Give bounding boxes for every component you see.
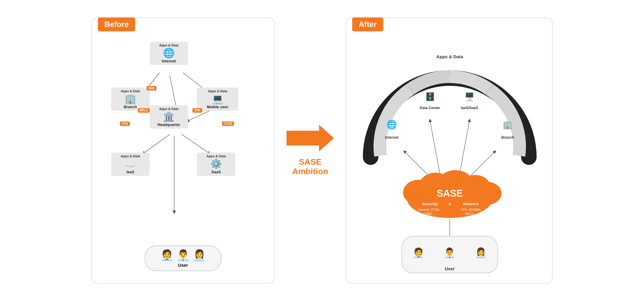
web-tag: Web (147, 86, 156, 90)
svg-text:Apps & Data: Apps & Data (436, 54, 463, 59)
mobile-node: Apps & Data 💻 Mobile user (197, 88, 238, 111)
iaas-node-label: Apps & Data (114, 154, 147, 158)
iaas-node: Apps & Data ☁️ IaaS (111, 153, 150, 176)
svg-text:👩‍💼: 👩‍💼 (475, 247, 487, 259)
internet-node: Apps & Data 🌐 Internet (150, 42, 188, 65)
saas-node-label: Apps & Data (200, 154, 232, 158)
figure-2: 👨‍💼 (177, 249, 190, 261)
internet-icon: 🌐 (153, 48, 185, 58)
casb-tag: CASB (222, 122, 234, 126)
saas-icon: ⚙️ (200, 159, 232, 169)
svg-text:👨‍💼: 👨‍💼 (444, 247, 456, 259)
svg-text:Network: Network (463, 202, 479, 206)
mobile-node-label: Apps & Data (200, 89, 235, 93)
hq-icon: 🏛️ (153, 112, 185, 121)
before-panel: Before Apps (91, 17, 275, 284)
svg-text:🌐: 🌐 (386, 119, 397, 130)
svg-text:Data Center: Data Center (420, 106, 440, 110)
vpn1-tag: VPN (120, 122, 130, 126)
before-badge: Before (98, 17, 135, 31)
svg-text:Internet: Internet (385, 135, 399, 140)
figure-3: 👩‍💼 (193, 249, 206, 261)
after-panel: After Apps & Data (346, 17, 553, 284)
svg-text:SASE: SASE (437, 188, 463, 199)
svg-line-1 (170, 76, 176, 105)
svg-text:Firewall, ZTNA,: Firewall, ZTNA, (418, 208, 440, 211)
svg-text:VPN, SDWAN,: VPN, SDWAN, (461, 208, 481, 211)
hq-node: Apps & Data 🏛️ Headquarter (150, 105, 188, 129)
iaas-icon: ☁️ (114, 159, 147, 169)
user-figures: 🧑‍💼 👨‍💼 👩‍💼 (154, 249, 212, 261)
mobile-icon: 💻 (200, 94, 235, 103)
branch-icon: 🏢 (114, 94, 147, 103)
after-inner: Apps & Data 🌐 Internet 🗄️ Data Center 🖥️… (352, 24, 546, 277)
internet-node-title: Internet (153, 59, 185, 63)
svg-text:+: + (448, 201, 451, 207)
before-user-box: 🧑‍💼 👨‍💼 👩‍💼 User (145, 245, 221, 271)
saas-node-title: SaaS (200, 170, 232, 174)
main-layout: Before Apps (9, 17, 635, 284)
svg-text:🖥️: 🖥️ (465, 92, 475, 101)
svg-text:User: User (445, 266, 455, 271)
branch-node: Apps & Data 🏢 Branch (111, 88, 150, 111)
svg-text:🗄️: 🗄️ (425, 92, 435, 101)
svg-text:🧑‍💼: 🧑‍💼 (412, 247, 425, 259)
mpls-tag: MPLS (138, 108, 150, 113)
svg-text:Branch: Branch (501, 135, 514, 140)
sase-ambition-text: SASEAmbition (292, 157, 328, 176)
internet-node-label: Apps & Data (153, 43, 185, 47)
svg-text:IaaS/SaaS: IaaS/SaaS (461, 106, 478, 110)
svg-marker-8 (287, 125, 334, 151)
before-user-label: User (154, 263, 212, 268)
figure-1: 🧑‍💼 (160, 249, 174, 261)
svg-line-4 (143, 134, 170, 153)
branch-node-label: Apps & Data (114, 89, 147, 93)
iaas-node-title: IaaS (114, 170, 147, 174)
hq-node-title: Headquarter (153, 122, 185, 127)
svg-text:Security: Security (422, 202, 438, 206)
vpn2-tag: VPN (192, 108, 202, 113)
arrow-svg (287, 125, 334, 151)
saas-node: Apps & Data ⚙️ SaaS (197, 153, 235, 176)
arrow-section: SASEAmbition (287, 125, 334, 176)
after-diagram-svg: Apps & Data 🌐 Internet 🗄️ Data Center 🖥️… (352, 33, 547, 287)
svg-text:🏢: 🏢 (503, 120, 513, 130)
svg-text:CASB,...: CASB,... (423, 212, 435, 216)
svg-line-22 (430, 120, 441, 181)
hq-node-label: Apps & Data (153, 107, 185, 111)
svg-text:MPLS,...: MPLS,... (465, 212, 477, 216)
svg-point-30 (474, 182, 501, 205)
mobile-node-title: Mobile user (200, 105, 235, 109)
svg-line-5 (182, 134, 209, 153)
